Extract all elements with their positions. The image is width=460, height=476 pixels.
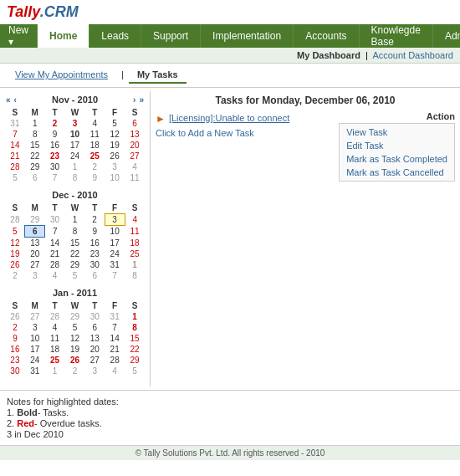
table-row[interactable]: 2 xyxy=(84,161,105,172)
table-row[interactable]: 9 xyxy=(84,172,105,183)
table-row[interactable]: 5 xyxy=(125,366,145,376)
nav-home[interactable]: Home xyxy=(38,24,89,48)
table-row[interactable]: 21 xyxy=(5,151,25,161)
table-row[interactable]: 1 xyxy=(45,366,65,376)
table-row[interactable]: 11 xyxy=(125,172,145,183)
table-row[interactable]: 23 xyxy=(84,248,105,259)
table-row[interactable]: 5 xyxy=(5,172,25,183)
table-row[interactable]: 13 xyxy=(84,333,105,344)
table-row[interactable]: 30 xyxy=(45,161,65,172)
table-row[interactable]: 8 xyxy=(25,129,45,140)
table-row[interactable]: 28 xyxy=(45,311,65,322)
table-row[interactable]: 20 xyxy=(125,140,145,151)
table-row[interactable]: 16 xyxy=(84,238,105,249)
table-row[interactable]: 19 xyxy=(65,344,85,355)
table-row[interactable]: 3 xyxy=(84,366,105,376)
nav-knowledge-base[interactable]: Knowlegde Base xyxy=(360,24,433,48)
cal-next[interactable]: › xyxy=(132,95,136,105)
table-row[interactable]: 2 xyxy=(84,214,105,226)
table-row[interactable]: 5 xyxy=(65,322,85,333)
table-row[interactable]: 6 xyxy=(25,226,45,238)
table-row[interactable]: 23 xyxy=(45,151,65,161)
table-row[interactable]: 4 xyxy=(45,270,65,281)
table-row[interactable]: 26 xyxy=(65,355,85,366)
table-row[interactable]: 15 xyxy=(25,140,45,151)
table-row[interactable]: 17 xyxy=(65,140,85,151)
table-row[interactable]: 3 xyxy=(25,270,45,281)
table-row[interactable]: 7 xyxy=(105,322,125,333)
table-row[interactable]: 25 xyxy=(45,355,65,366)
account-dashboard-link[interactable]: Account Dashboard xyxy=(372,50,453,60)
table-row[interactable]: 27 xyxy=(25,259,45,270)
table-row[interactable]: 31 xyxy=(105,259,125,270)
table-row[interactable]: 18 xyxy=(84,140,105,151)
nav-accounts[interactable]: Accounts xyxy=(294,24,359,48)
table-row[interactable]: 12 xyxy=(65,333,85,344)
table-row[interactable]: 15 xyxy=(65,238,85,249)
menu-mark-cancelled[interactable]: Mark as Task Cancelled xyxy=(340,166,454,179)
table-row[interactable]: 7 xyxy=(45,226,65,238)
table-row[interactable]: 27 xyxy=(25,311,45,322)
table-row[interactable]: 4 xyxy=(125,214,145,226)
table-row[interactable]: 12 xyxy=(105,129,125,140)
table-row[interactable]: 12 xyxy=(5,238,25,249)
table-row[interactable]: 28 xyxy=(105,355,125,366)
cal-prev-prev[interactable]: « xyxy=(5,95,12,105)
table-row[interactable]: 31 xyxy=(105,311,125,322)
table-row[interactable]: 24 xyxy=(25,355,45,366)
table-row[interactable]: 8 xyxy=(125,270,145,281)
new-button[interactable]: New ▾ xyxy=(0,24,38,48)
table-row[interactable]: 5 xyxy=(105,118,125,129)
table-row[interactable]: 28 xyxy=(5,161,25,172)
table-row[interactable]: 3 xyxy=(105,161,125,172)
table-row[interactable]: 18 xyxy=(45,344,65,355)
table-row[interactable]: 21 xyxy=(105,344,125,355)
table-row[interactable]: 28 xyxy=(45,259,65,270)
task-link[interactable]: [Licensing]:Unable to connect xyxy=(169,113,289,123)
nav-leads[interactable]: Leads xyxy=(89,24,141,48)
table-row[interactable]: 14 xyxy=(45,238,65,249)
table-row[interactable]: 10 xyxy=(25,333,45,344)
table-row[interactable]: 5 xyxy=(65,270,85,281)
table-row[interactable]: 27 xyxy=(84,355,105,366)
table-row[interactable]: 22 xyxy=(125,344,145,355)
table-row[interactable]: 23 xyxy=(5,355,25,366)
table-row[interactable]: 9 xyxy=(45,129,65,140)
table-row[interactable]: 19 xyxy=(5,248,25,259)
table-row[interactable]: 17 xyxy=(105,238,125,249)
table-row[interactable]: 28 xyxy=(5,214,25,226)
nav-implementation[interactable]: Implementation xyxy=(201,24,294,48)
table-row[interactable]: 1 xyxy=(65,214,85,226)
table-row[interactable]: 16 xyxy=(45,140,65,151)
tab-my-tasks[interactable]: My Tasks xyxy=(129,67,187,84)
table-row[interactable]: 10 xyxy=(65,129,85,140)
cal-next-next[interactable]: » xyxy=(138,95,145,105)
table-row[interactable]: 1 xyxy=(25,118,45,129)
table-row[interactable]: 13 xyxy=(125,129,145,140)
table-row[interactable]: 6 xyxy=(125,118,145,129)
nav-adm[interactable]: Adm xyxy=(433,24,460,48)
table-row[interactable]: 1 xyxy=(125,311,145,322)
table-row[interactable]: 7 xyxy=(105,270,125,281)
table-row[interactable]: 30 xyxy=(5,366,25,376)
menu-edit-task[interactable]: Edit Task xyxy=(340,139,454,152)
table-row[interactable]: 20 xyxy=(25,248,45,259)
table-row[interactable]: 15 xyxy=(125,333,145,344)
table-row[interactable]: 29 xyxy=(65,311,85,322)
table-row[interactable]: 19 xyxy=(105,140,125,151)
table-row[interactable]: 2 xyxy=(5,270,25,281)
table-row[interactable]: 14 xyxy=(5,140,25,151)
table-row[interactable]: 27 xyxy=(125,151,145,161)
table-row[interactable]: 17 xyxy=(25,344,45,355)
table-row[interactable]: 8 xyxy=(125,322,145,333)
table-row[interactable]: 29 xyxy=(25,214,45,226)
table-row[interactable]: 26 xyxy=(5,259,25,270)
add-task-link[interactable]: Click to Add a New Task xyxy=(156,128,338,138)
table-row[interactable]: 26 xyxy=(5,311,25,322)
table-row[interactable]: 7 xyxy=(45,172,65,183)
table-row[interactable]: 29 xyxy=(25,161,45,172)
table-row[interactable]: 1 xyxy=(65,161,85,172)
table-row[interactable]: 24 xyxy=(105,248,125,259)
table-row[interactable]: 5 xyxy=(5,226,25,238)
table-row[interactable]: 2 xyxy=(45,118,65,129)
